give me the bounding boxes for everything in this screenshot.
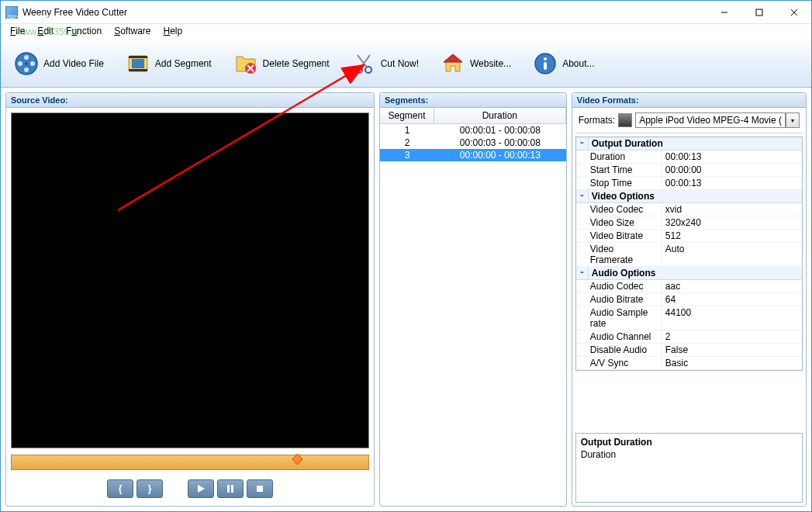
panel-title: Video Formats: [572, 93, 806, 108]
svg-point-5 [24, 55, 29, 60]
toolbar-label: Website... [470, 58, 511, 69]
timeline-marker-icon[interactable] [291, 453, 304, 466]
prop-value[interactable]: 64 [662, 293, 802, 306]
add-segment-button[interactable]: Add Segment [119, 47, 226, 80]
prop-value[interactable]: 00:00:13 [662, 177, 802, 189]
property-row[interactable]: Stop Time00:00:13 [576, 177, 802, 190]
video-formats-panel: Video Formats: Formats: Apple iPod Video… [572, 92, 807, 507]
stop-button[interactable] [247, 479, 273, 498]
property-row[interactable]: Video Size320x240 [576, 216, 802, 230]
format-select[interactable]: Apple iPod Video MPEG-4 Movie ( [635, 112, 786, 128]
collapse-icon[interactable]: - [576, 267, 589, 279]
prop-key: A/V Sync [576, 357, 662, 369]
prop-key: Audio Bitrate [576, 293, 662, 306]
prop-key: Audio Channel [576, 330, 662, 343]
collapse-icon[interactable]: - [576, 190, 589, 202]
toolbar-label: Add Video File [43, 58, 104, 69]
property-row[interactable]: Video Bitrate512 [576, 230, 802, 243]
svg-point-22 [544, 57, 547, 61]
menubar: File Edit Function Software Help [1, 24, 811, 40]
mark-in-button[interactable]: { [107, 479, 133, 498]
svg-rect-27 [231, 485, 233, 493]
prop-value[interactable]: 2 [662, 330, 802, 343]
prop-value[interactable]: 320x240 [662, 216, 802, 229]
timeline-slider[interactable] [11, 455, 369, 470]
prop-key: Video Bitrate [576, 230, 662, 242]
menu-help[interactable]: Help [157, 24, 189, 40]
prop-value[interactable]: 512 [662, 230, 802, 242]
svg-rect-28 [257, 486, 263, 492]
video-preview[interactable] [11, 112, 369, 448]
svg-rect-23 [544, 62, 547, 70]
col-segment: Segment [380, 108, 434, 123]
prop-key: Audio Sample rate [576, 306, 662, 330]
delete-segment-button[interactable]: Delete Segment [226, 47, 344, 80]
toolbar-label: About... [562, 58, 594, 69]
property-row[interactable]: Audio Codecaac [576, 280, 802, 293]
prop-key: Disable Audio [576, 344, 662, 356]
property-row[interactable]: Start Time00:00:00 [576, 164, 802, 177]
menu-edit[interactable]: Edit [31, 24, 60, 40]
minimize-button[interactable] [707, 1, 741, 23]
desc-title: Output Duration [581, 437, 797, 448]
desc-body: Duration [581, 449, 797, 460]
svg-rect-12 [129, 56, 147, 58]
svg-rect-13 [129, 69, 147, 71]
menu-function[interactable]: Function [60, 24, 108, 40]
menu-software[interactable]: Software [108, 24, 157, 40]
format-selector-row: Formats: Apple iPod Video MPEG-4 Movie (… [575, 111, 803, 133]
prop-value[interactable]: False [662, 344, 802, 356]
property-row[interactable]: Duration00:00:13 [576, 150, 802, 164]
prop-value[interactable]: aac [662, 280, 802, 292]
close-button[interactable] [776, 1, 811, 23]
prop-value[interactable]: Basic [662, 357, 802, 369]
property-row[interactable]: A/V SyncBasic [576, 357, 802, 370]
segment-row-selected[interactable]: 3 00:00:00 - 00:00:13 [380, 149, 566, 161]
property-row[interactable]: Audio Sample rate44100 [576, 306, 802, 330]
play-button[interactable] [188, 479, 214, 498]
prop-key: Stop Time [576, 177, 662, 189]
prop-key: Video Codec [576, 203, 662, 216]
segment-row[interactable]: 2 00:00:03 - 00:00:08 [380, 137, 566, 149]
film-reel-icon [14, 51, 39, 76]
format-thumb-icon [618, 113, 632, 127]
svg-marker-24 [292, 454, 302, 465]
collapse-icon[interactable]: - [576, 137, 589, 150]
prop-key: Video Framerate [576, 243, 662, 266]
prop-key: Duration [576, 150, 662, 163]
about-button[interactable]: About... [526, 47, 609, 80]
prop-value[interactable]: 00:00:13 [662, 150, 802, 163]
format-dropdown-button[interactable]: ▾ [786, 112, 800, 128]
property-row[interactable]: Video FramerateAuto [576, 243, 802, 267]
add-video-file-button[interactable]: Add Video File [7, 47, 119, 80]
property-row[interactable]: Video Codecxvid [576, 203, 802, 216]
panel-title: Segments: [380, 93, 566, 108]
mark-out-button[interactable]: } [136, 479, 163, 498]
window-title: Weeny Free Video Cutter [22, 7, 707, 18]
property-row[interactable]: Audio Bitrate64 [576, 293, 802, 306]
titlebar: Weeny Free Video Cutter [1, 1, 811, 24]
svg-point-9 [25, 62, 28, 65]
prop-value[interactable]: 44100 [662, 306, 802, 330]
cut-now-button[interactable]: Cut Now! [344, 47, 434, 80]
menu-file[interactable]: File [4, 24, 31, 40]
scissors-icon [351, 51, 376, 76]
segments-panel: Segments: Segment Duration 1 00:00:01 - … [379, 92, 567, 507]
segment-row[interactable]: 1 00:00:01 - 00:00:08 [380, 124, 566, 137]
category-output-duration[interactable]: -Output Duration [576, 137, 802, 150]
prop-value[interactable]: Auto [662, 243, 802, 266]
category-video-options[interactable]: -Video Options [576, 190, 802, 203]
folder-delete-icon [233, 51, 258, 76]
website-button[interactable]: Website... [434, 47, 526, 80]
category-audio-options[interactable]: -Audio Options [576, 267, 802, 280]
prop-value[interactable]: 00:00:00 [662, 164, 802, 176]
prop-key: Audio Codec [576, 280, 662, 292]
toolbar-label: Delete Segment [263, 58, 330, 69]
maximize-button[interactable] [741, 1, 776, 23]
pause-button[interactable] [217, 479, 244, 498]
property-row[interactable]: Disable AudioFalse [576, 344, 802, 357]
property-row[interactable]: Audio Channel2 [576, 330, 802, 344]
source-video-panel: Source Video: { } [5, 92, 375, 507]
prop-value[interactable]: xvid [662, 203, 802, 216]
film-strip-icon [126, 51, 150, 76]
